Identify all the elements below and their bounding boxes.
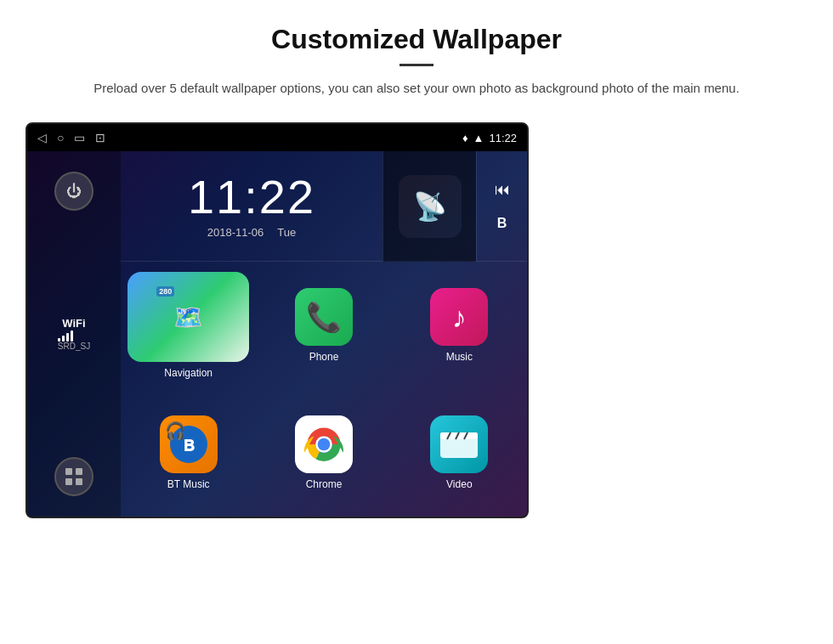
wifi-label: WiFi bbox=[58, 317, 90, 330]
page-description: Preload over 5 default wallpaper options… bbox=[68, 78, 765, 99]
app-music[interactable]: ♪ Music bbox=[392, 262, 527, 389]
status-bar: ◁ ○ ▭ ⊡ ♦ ▲ 11:22 bbox=[27, 124, 527, 151]
wifi-status-icon: ▲ bbox=[473, 132, 484, 144]
signal-icon: 📡 bbox=[413, 190, 447, 223]
svg-point-7 bbox=[318, 438, 331, 451]
signal-bars bbox=[58, 330, 90, 342]
nav-buttons: ◁ ○ ▭ ⊡ bbox=[37, 131, 105, 144]
screenshot-icon[interactable]: ⊡ bbox=[95, 131, 105, 144]
app-navigation[interactable]: 280 🗺️ Navigation bbox=[121, 262, 256, 389]
bar2 bbox=[62, 336, 65, 342]
bar4 bbox=[71, 330, 73, 342]
app-phone[interactable]: 📞 Phone bbox=[256, 262, 391, 389]
android-screen: ◁ ○ ▭ ⊡ ♦ ▲ 11:22 ⏻ WiFi bbox=[26, 122, 529, 518]
app-video[interactable]: Video bbox=[392, 389, 527, 517]
phone-icon: 📞 bbox=[295, 288, 353, 346]
wifi-ssid: SRD_SJ bbox=[58, 342, 90, 351]
page-title: Customized Wallpaper bbox=[68, 24, 765, 55]
title-divider bbox=[400, 64, 434, 66]
video-label: Video bbox=[446, 478, 472, 490]
screen-content: 11:22 2018-11-06 Tue 📡 ⏮ B bbox=[121, 151, 527, 517]
app-bt-music[interactable]: ʙ 🎧 BT Music bbox=[121, 389, 256, 517]
phone-label: Phone bbox=[309, 351, 339, 363]
bt-icon-wrap: ʙ 🎧 bbox=[160, 415, 218, 473]
time-block: 11:22 2018-11-06 Tue bbox=[121, 151, 382, 261]
apps-grid: 280 🗺️ Navigation 📞 Phone bbox=[121, 262, 527, 517]
chrome-icon bbox=[295, 415, 353, 473]
screen-body: ⏻ WiFi SRD_SJ bbox=[27, 151, 527, 517]
power-button[interactable]: ⏻ bbox=[54, 172, 94, 211]
navigation-icon: 280 🗺️ bbox=[128, 272, 249, 362]
music-icon: ♪ bbox=[430, 288, 488, 346]
date-text: 2018-11-06 bbox=[207, 226, 264, 239]
wifi-info: WiFi SRD_SJ bbox=[58, 317, 90, 351]
media-prev-icon[interactable]: ⏮ bbox=[495, 181, 510, 199]
side-icons: ⏮ B bbox=[476, 151, 527, 261]
clapper-icon bbox=[439, 424, 479, 465]
svg-rect-1 bbox=[76, 468, 82, 475]
bt-music-label: BT Music bbox=[167, 478, 210, 490]
wallpaper-thumbnails: CarSetting bbox=[542, 122, 808, 131]
location-icon: ♦ bbox=[462, 132, 468, 144]
media-label: B bbox=[497, 216, 507, 231]
svg-rect-3 bbox=[76, 478, 82, 485]
chrome-svg bbox=[302, 422, 346, 466]
time-section: 11:22 2018-11-06 Tue 📡 ⏮ B bbox=[121, 151, 527, 262]
app-chrome[interactable]: Chrome bbox=[256, 389, 391, 517]
navigation-label: Navigation bbox=[164, 367, 212, 379]
back-icon[interactable]: ◁ bbox=[37, 131, 47, 144]
radio-widget[interactable]: 📡 bbox=[382, 151, 476, 262]
home-icon[interactable]: ○ bbox=[57, 131, 64, 144]
music-label: Music bbox=[446, 351, 473, 363]
status-indicators: ♦ ▲ 11:22 bbox=[462, 132, 517, 144]
left-sidebar: ⏻ WiFi SRD_SJ bbox=[27, 151, 121, 517]
bt-music-icon: ʙ 🎧 bbox=[160, 415, 218, 473]
grid-icon bbox=[65, 467, 83, 486]
recents-icon[interactable]: ▭ bbox=[74, 131, 85, 144]
date-display: 2018-11-06 Tue bbox=[207, 226, 296, 239]
main-content: ◁ ○ ▭ ⊡ ♦ ▲ 11:22 ⏻ WiFi bbox=[0, 114, 833, 518]
radio-icon: 📡 bbox=[399, 175, 462, 238]
video-icon bbox=[430, 415, 488, 473]
bar3 bbox=[66, 333, 69, 342]
page-header: Customized Wallpaper Preload over 5 defa… bbox=[0, 0, 833, 114]
day-text: Tue bbox=[277, 226, 296, 239]
svg-rect-0 bbox=[65, 468, 72, 475]
chrome-label: Chrome bbox=[306, 478, 343, 490]
time-display: 11:22 bbox=[188, 173, 315, 221]
svg-rect-2 bbox=[65, 478, 72, 485]
clock-display: 11:22 bbox=[489, 132, 517, 144]
apps-button[interactable] bbox=[54, 457, 94, 496]
